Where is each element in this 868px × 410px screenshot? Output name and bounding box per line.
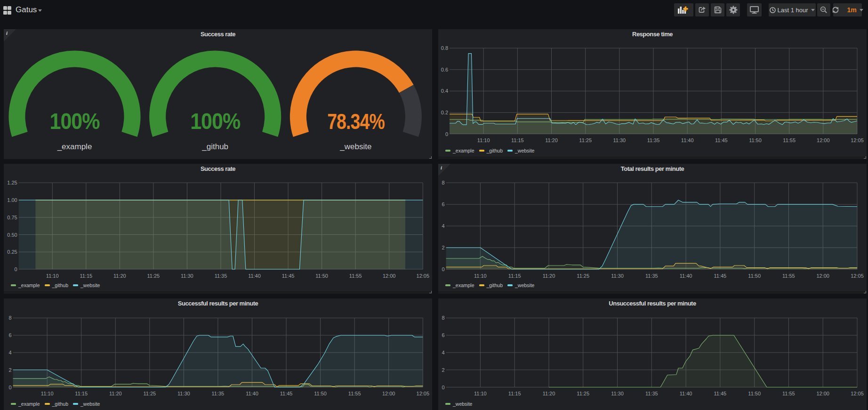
svg-text:11:25: 11:25 bbox=[143, 391, 156, 396]
svg-text:4: 4 bbox=[442, 350, 444, 355]
svg-text:11:55: 11:55 bbox=[348, 391, 361, 396]
svg-text:12:00: 12:00 bbox=[816, 391, 829, 396]
svg-text:0.25: 0.25 bbox=[7, 249, 17, 255]
svg-text:11:30: 11:30 bbox=[611, 391, 624, 396]
svg-text:11:50: 11:50 bbox=[315, 273, 328, 279]
svg-text:11:20: 11:20 bbox=[545, 137, 558, 143]
svg-text:11:45: 11:45 bbox=[280, 391, 293, 396]
svg-text:11:25: 11:25 bbox=[577, 391, 589, 396]
svg-text:11:45: 11:45 bbox=[714, 273, 727, 279]
svg-text:0: 0 bbox=[8, 385, 11, 390]
svg-text:0.2: 0.2 bbox=[441, 110, 448, 115]
svg-text:11:40: 11:40 bbox=[246, 391, 258, 396]
svg-text:0: 0 bbox=[15, 266, 17, 272]
svg-text:11:55: 11:55 bbox=[349, 273, 362, 279]
svg-text:11:25: 11:25 bbox=[577, 273, 589, 279]
svg-text:11:50: 11:50 bbox=[748, 273, 761, 279]
svg-text:11:45: 11:45 bbox=[714, 391, 727, 396]
svg-text:2: 2 bbox=[442, 367, 444, 373]
svg-text:11:40: 11:40 bbox=[681, 137, 694, 143]
svg-text:11:30: 11:30 bbox=[181, 273, 193, 279]
svg-text:8: 8 bbox=[442, 180, 444, 185]
svg-text:0.8: 0.8 bbox=[441, 45, 448, 51]
svg-text:6: 6 bbox=[8, 332, 11, 338]
svg-text:11:15: 11:15 bbox=[75, 391, 88, 396]
svg-text:12:00: 12:00 bbox=[383, 273, 396, 279]
svg-text:11:30: 11:30 bbox=[177, 391, 190, 396]
svg-text:11:15: 11:15 bbox=[508, 391, 521, 396]
svg-text:11:25: 11:25 bbox=[579, 137, 592, 143]
svg-text:11:35: 11:35 bbox=[215, 273, 227, 279]
svg-text:11:55: 11:55 bbox=[783, 137, 796, 143]
svg-text:11:35: 11:35 bbox=[645, 391, 658, 396]
svg-text:0.4: 0.4 bbox=[441, 88, 448, 94]
svg-text:12:05: 12:05 bbox=[851, 137, 864, 143]
svg-text:2: 2 bbox=[442, 245, 444, 250]
svg-text:4: 4 bbox=[442, 223, 444, 229]
svg-text:11:15: 11:15 bbox=[80, 273, 92, 279]
svg-text:11:55: 11:55 bbox=[782, 273, 795, 279]
svg-text:11:20: 11:20 bbox=[113, 273, 126, 279]
svg-text:6: 6 bbox=[442, 332, 444, 338]
svg-text:11:15: 11:15 bbox=[508, 273, 521, 279]
svg-text:11:55: 11:55 bbox=[782, 391, 795, 396]
svg-text:11:10: 11:10 bbox=[41, 391, 54, 396]
svg-text:11:30: 11:30 bbox=[611, 273, 624, 279]
svg-text:11:35: 11:35 bbox=[212, 391, 225, 396]
svg-text:11:10: 11:10 bbox=[46, 273, 59, 279]
svg-text:11:20: 11:20 bbox=[543, 391, 555, 396]
svg-text:11:10: 11:10 bbox=[474, 391, 487, 396]
svg-text:11:40: 11:40 bbox=[680, 273, 692, 279]
svg-text:0: 0 bbox=[445, 131, 448, 137]
svg-text:11:30: 11:30 bbox=[613, 137, 626, 143]
svg-text:12:00: 12:00 bbox=[816, 273, 829, 279]
svg-text:11:20: 11:20 bbox=[543, 273, 555, 279]
svg-text:0.75: 0.75 bbox=[7, 215, 17, 220]
svg-text:11:25: 11:25 bbox=[147, 273, 160, 279]
svg-text:0.6: 0.6 bbox=[441, 67, 448, 72]
svg-text:12:05: 12:05 bbox=[417, 273, 430, 279]
svg-text:12:05: 12:05 bbox=[851, 273, 864, 279]
svg-text:8: 8 bbox=[442, 315, 444, 321]
svg-text:4: 4 bbox=[8, 350, 11, 355]
svg-text:11:35: 11:35 bbox=[645, 273, 658, 279]
svg-text:11:20: 11:20 bbox=[109, 391, 122, 396]
svg-text:11:45: 11:45 bbox=[282, 273, 295, 279]
svg-text:0: 0 bbox=[442, 266, 444, 272]
svg-text:2: 2 bbox=[8, 367, 11, 373]
svg-text:11:35: 11:35 bbox=[647, 137, 660, 143]
svg-text:11:40: 11:40 bbox=[248, 273, 261, 279]
svg-text:0.50: 0.50 bbox=[7, 232, 17, 238]
svg-text:11:50: 11:50 bbox=[748, 391, 761, 396]
svg-text:11:45: 11:45 bbox=[715, 137, 728, 143]
svg-text:1.00: 1.00 bbox=[7, 197, 17, 203]
svg-text:11:10: 11:10 bbox=[477, 137, 490, 143]
svg-text:12:00: 12:00 bbox=[382, 391, 395, 396]
svg-text:12:05: 12:05 bbox=[417, 391, 430, 396]
svg-text:8: 8 bbox=[8, 315, 11, 321]
svg-text:0: 0 bbox=[442, 385, 444, 390]
svg-text:12:00: 12:00 bbox=[817, 137, 830, 143]
svg-text:11:10: 11:10 bbox=[474, 273, 487, 279]
svg-text:11:15: 11:15 bbox=[511, 137, 524, 143]
svg-text:12:05: 12:05 bbox=[851, 391, 864, 396]
svg-text:11:50: 11:50 bbox=[749, 137, 762, 143]
svg-text:11:50: 11:50 bbox=[314, 391, 327, 396]
svg-text:6: 6 bbox=[442, 201, 444, 207]
svg-text:1.25: 1.25 bbox=[7, 180, 17, 185]
svg-text:11:40: 11:40 bbox=[680, 391, 692, 396]
